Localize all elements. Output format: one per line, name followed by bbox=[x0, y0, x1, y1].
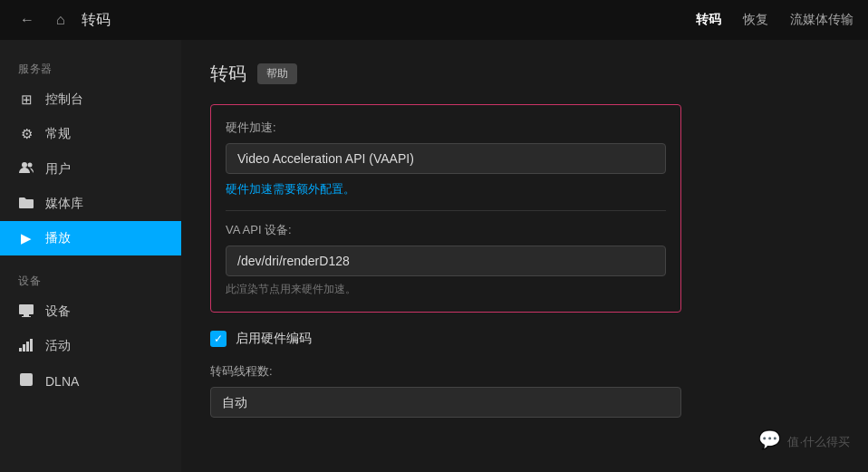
sidebar-item-library[interactable]: 媒体库 bbox=[0, 187, 181, 221]
sidebar-item-dlna[interactable]: DLNA bbox=[0, 363, 181, 399]
check-icon: ✓ bbox=[214, 333, 223, 344]
sidebar-item-label: 常规 bbox=[45, 126, 71, 142]
acceleration-warning: 硬件加速需要额外配置。 bbox=[226, 181, 666, 197]
activity-icon bbox=[18, 339, 34, 354]
vaapi-hint: 此渲染节点用来硬件加速。 bbox=[226, 282, 666, 297]
threads-group: 转码线程数: 自动 1 2 4 8 bbox=[210, 363, 681, 425]
tab-stream[interactable]: 流媒体传输 bbox=[790, 8, 854, 32]
sidebar-item-playback[interactable]: ▶ 播放 bbox=[0, 221, 181, 255]
threads-label: 转码线程数: bbox=[210, 363, 681, 380]
sidebar-item-label: 用户 bbox=[45, 161, 71, 178]
sidebar-item-label: 活动 bbox=[45, 338, 71, 354]
device-section-label: 设备 bbox=[0, 266, 181, 294]
vaapi-label: VA API 设备: bbox=[226, 222, 666, 238]
svg-rect-4 bbox=[22, 316, 31, 317]
home-button[interactable]: ⌂ bbox=[51, 8, 71, 32]
users-icon bbox=[18, 160, 34, 178]
hw-encoding-label: 启用硬件编码 bbox=[236, 331, 312, 347]
sidebar-item-label: 媒体库 bbox=[45, 196, 83, 212]
content-header: 转码 帮助 bbox=[210, 62, 839, 86]
monitor-icon bbox=[18, 304, 34, 320]
back-button[interactable]: ← bbox=[14, 8, 40, 32]
sidebar: 服务器 ⊞ 控制台 ⚙ 常规 用户 bbox=[0, 40, 181, 472]
dlna-icon bbox=[18, 372, 34, 390]
acceleration-label: 硬件加速: bbox=[226, 120, 666, 136]
hw-encoding-row: ✓ 启用硬件编码 bbox=[210, 331, 839, 347]
dashboard-icon: ⊞ bbox=[18, 92, 34, 108]
sidebar-item-label: 设备 bbox=[45, 303, 71, 320]
sidebar-item-users[interactable]: 用户 bbox=[0, 151, 181, 187]
threads-select[interactable]: 自动 1 2 4 8 bbox=[210, 387, 681, 418]
sidebar-item-label: DLNA bbox=[45, 374, 79, 389]
sidebar-item-label: 播放 bbox=[45, 230, 71, 246]
page-title: 转码 bbox=[82, 11, 111, 30]
svg-rect-6 bbox=[23, 344, 25, 352]
sidebar-item-label: 控制台 bbox=[45, 92, 83, 108]
server-section-label: 服务器 bbox=[0, 54, 181, 82]
tab-transcode[interactable]: 转码 bbox=[696, 8, 721, 32]
svg-rect-7 bbox=[26, 342, 29, 352]
main-layout: 服务器 ⊞ 控制台 ⚙ 常规 用户 bbox=[0, 40, 868, 472]
folder-icon bbox=[18, 197, 34, 212]
svg-point-1 bbox=[28, 163, 33, 168]
acceleration-select[interactable]: Video Acceleration API (VAAPI) 无 NVIDIA … bbox=[226, 143, 666, 174]
sidebar-item-activity[interactable]: 活动 bbox=[0, 329, 181, 363]
svg-point-0 bbox=[22, 162, 27, 168]
top-nav: ← ⌂ 转码 转码 恢复 流媒体传输 bbox=[0, 0, 868, 40]
play-icon: ▶ bbox=[18, 230, 34, 246]
gear-icon: ⚙ bbox=[18, 126, 34, 142]
sidebar-item-dashboard[interactable]: ⊞ 控制台 bbox=[0, 82, 181, 117]
vaapi-input[interactable] bbox=[226, 246, 666, 276]
hardware-section: 硬件加速: Video Acceleration API (VAAPI) 无 N… bbox=[210, 104, 681, 313]
nav-left: ← ⌂ 转码 bbox=[14, 8, 696, 32]
content-title: 转码 bbox=[210, 62, 246, 86]
svg-rect-9 bbox=[20, 373, 33, 386]
svg-rect-5 bbox=[19, 348, 22, 352]
sidebar-item-general[interactable]: ⚙ 常规 bbox=[0, 117, 181, 151]
svg-rect-2 bbox=[19, 304, 34, 314]
sidebar-item-devices[interactable]: 设备 bbox=[0, 294, 181, 329]
section-divider bbox=[226, 210, 666, 211]
help-button[interactable]: 帮助 bbox=[257, 63, 297, 84]
nav-right: 转码 恢复 流媒体传输 bbox=[696, 8, 854, 32]
svg-rect-8 bbox=[30, 339, 33, 352]
tab-restore[interactable]: 恢复 bbox=[743, 8, 768, 32]
content-area: 转码 帮助 硬件加速: Video Acceleration API (VAAP… bbox=[181, 40, 868, 472]
hw-encoding-checkbox[interactable]: ✓ bbox=[210, 331, 227, 347]
svg-rect-3 bbox=[24, 314, 29, 316]
